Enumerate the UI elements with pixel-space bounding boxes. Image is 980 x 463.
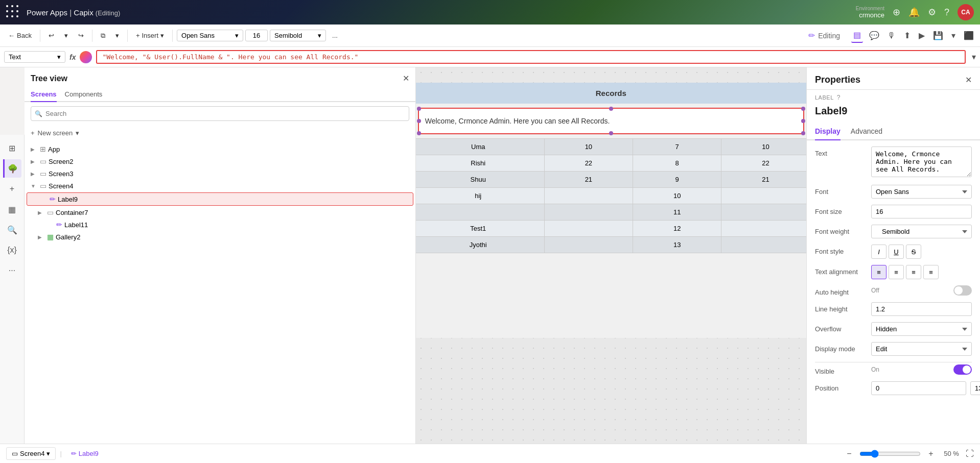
label-help-icon[interactable]: ?: [837, 94, 841, 101]
label-tab[interactable]: ✏ Label9: [66, 448, 104, 459]
copy-dropdown-button[interactable]: ▾: [111, 30, 123, 41]
property-select[interactable]: Text ▾: [4, 51, 65, 63]
copilot-icon[interactable]: ⊕: [893, 7, 900, 18]
redo-button[interactable]: ↪: [74, 30, 88, 41]
properties-close-button[interactable]: ✕: [965, 75, 972, 85]
overflow-select[interactable]: Hidden: [871, 322, 972, 336]
share-icon[interactable]: ⬆: [902, 29, 913, 42]
tree-close-button[interactable]: ✕: [403, 74, 409, 83]
app-grid-icon[interactable]: [6, 5, 20, 19]
handle-tl[interactable]: [417, 107, 421, 111]
table-cell: [544, 237, 633, 253]
fullscreen-icon[interactable]: ⛶: [966, 449, 974, 458]
audio-icon[interactable]: 🎙: [885, 29, 898, 42]
editing-button[interactable]: ✏ Editing: [803, 29, 845, 42]
handle-tm[interactable]: [609, 107, 613, 111]
table-cell: Jyothi: [416, 237, 545, 253]
tree-item-label9[interactable]: ▶ ✏ Label9 ···: [27, 192, 413, 206]
publish-icon[interactable]: ⬛: [962, 29, 976, 42]
tab-advanced[interactable]: Advanced: [851, 123, 882, 140]
sidebar-icon-insert[interactable]: +: [3, 180, 21, 198]
handle-tr[interactable]: [801, 107, 805, 111]
screen-icon2: ▭: [40, 169, 46, 178]
notification-icon[interactable]: 🔔: [908, 7, 920, 18]
handle-br[interactable]: [801, 131, 805, 135]
table-cell: [721, 221, 806, 237]
avatar[interactable]: CA: [958, 4, 974, 20]
align-justify-button[interactable]: ≡: [923, 265, 939, 279]
insert-button[interactable]: + Insert ▾: [132, 30, 168, 41]
tree-item-app[interactable]: ▶ ⊞ App: [25, 143, 415, 155]
tree-item-container7[interactable]: ▶ ▭ Container7: [25, 206, 415, 218]
preview-icon[interactable]: ▤: [851, 28, 863, 43]
tree-item-screen3[interactable]: ▶ ▭ Screen3: [25, 167, 415, 180]
tree-item-gallery2[interactable]: ▶ ▦ Gallery2: [25, 231, 415, 243]
table-cell: Rishi: [416, 155, 545, 172]
sidebar-icon-data[interactable]: ▦: [3, 200, 21, 218]
fontweight-select[interactable]: Semibold: [871, 225, 972, 238]
zoom-slider[interactable]: [859, 450, 921, 458]
search-input[interactable]: [31, 106, 409, 121]
play-icon[interactable]: ▶: [917, 29, 927, 42]
align-left-button[interactable]: ≡: [871, 265, 886, 279]
fontsize-input[interactable]: [871, 205, 972, 218]
position-x-input[interactable]: [871, 381, 966, 395]
undo-dropdown-button[interactable]: ▾: [60, 30, 72, 41]
zoom-in-button[interactable]: +: [925, 448, 937, 460]
lineheight-input[interactable]: [871, 302, 972, 316]
tab-display[interactable]: Display: [815, 123, 841, 140]
save-chevron-icon[interactable]: ▾: [949, 29, 958, 42]
handle-bl[interactable]: [417, 131, 421, 135]
tree-item-label7: Label11: [64, 221, 409, 229]
sidebar-icon-search[interactable]: 🔍: [3, 221, 21, 239]
handle-bm[interactable]: [609, 131, 613, 135]
formula-helper-icon[interactable]: [80, 51, 92, 63]
autoheight-toggle[interactable]: [953, 285, 972, 296]
text-prop-label: Text: [815, 147, 871, 157]
more-options-button[interactable]: ...: [328, 30, 342, 41]
tree-item-screen4[interactable]: ▼ ▭ Screen4: [25, 180, 415, 192]
canvas-label-container: ⚠️ Welcome, Crmonce Admin. Here you can …: [416, 108, 807, 134]
strikethrough-button[interactable]: S: [906, 245, 921, 259]
sidebar-icon-treeview[interactable]: 🌳: [3, 159, 21, 178]
new-screen-button[interactable]: + New screen ▾: [25, 125, 415, 141]
formula-input[interactable]: [96, 50, 966, 64]
label-caption-row: LABEL ?: [807, 90, 980, 103]
settings-icon[interactable]: ⚙: [928, 7, 936, 18]
top-nav-right: Environment crmonce ⊕ 🔔 ⚙ ? CA: [856, 4, 974, 20]
italic-button[interactable]: I: [871, 245, 886, 259]
tab-components[interactable]: Components: [65, 87, 103, 102]
align-right-button[interactable]: ≡: [906, 265, 921, 279]
insert-chevron-icon: ▾: [160, 32, 164, 39]
back-button[interactable]: ← Back: [4, 30, 36, 41]
tree-item-screen2[interactable]: ▶ ▭ Screen2: [25, 155, 415, 167]
font-size-input[interactable]: [245, 30, 268, 41]
tree-item-label11[interactable]: ▶ ✏ Label11: [25, 218, 415, 231]
sidebar-icon-variables[interactable]: {x}: [3, 241, 21, 259]
text-textarea[interactable]: Welcome, Crmonce Admin. Here you can see…: [871, 147, 972, 177]
handle-mr[interactable]: [801, 119, 805, 123]
align-center-button[interactable]: ≡: [889, 265, 904, 279]
sidebar-icon-home[interactable]: ⊞: [3, 139, 21, 157]
copy-button[interactable]: ⧉: [97, 30, 109, 42]
screen-tab[interactable]: ▭ Screen4 ▾: [6, 447, 56, 460]
displaymode-select[interactable]: Edit: [871, 342, 972, 356]
tree-item-label3: Screen3: [49, 170, 409, 178]
zoom-out-button[interactable]: −: [843, 448, 855, 460]
font-weight-select[interactable]: Semibold ▾: [270, 30, 326, 41]
canvas-label9[interactable]: Welcome, Crmonce Admin. Here you can see…: [418, 108, 804, 134]
font-family-select[interactable]: Open Sans ▾: [177, 30, 243, 41]
table-row: Rishi 22 8 22: [416, 155, 807, 172]
position-y-input[interactable]: [970, 381, 980, 395]
comment-icon[interactable]: 💬: [867, 29, 881, 42]
font-select[interactable]: Open Sans: [871, 185, 972, 199]
help-icon[interactable]: ?: [944, 7, 949, 18]
formula-expand-icon[interactable]: ▾: [972, 52, 976, 62]
visible-toggle[interactable]: [953, 364, 972, 375]
sidebar-icon-more[interactable]: ···: [3, 261, 21, 280]
save-icon[interactable]: 💾: [931, 29, 945, 42]
tab-screens[interactable]: Screens: [31, 87, 57, 102]
handle-ml[interactable]: [417, 119, 421, 123]
undo-button[interactable]: ↩: [44, 30, 58, 41]
underline-button[interactable]: U: [889, 245, 904, 259]
